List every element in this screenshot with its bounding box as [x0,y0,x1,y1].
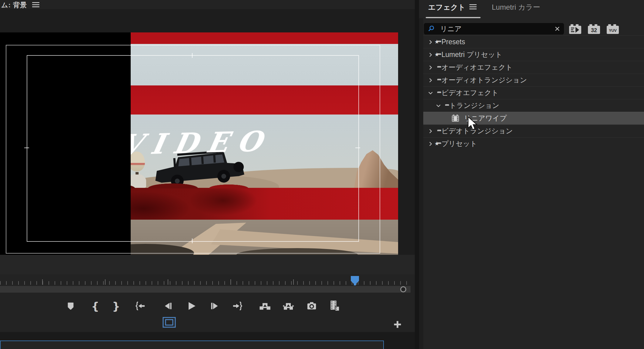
add-marker-button[interactable] [64,299,77,313]
monitor-scrollbar[interactable] [0,286,411,293]
effects-left-padding [419,18,423,349]
search-icon [428,25,435,32]
filter-yuv-button[interactable]: YUV [606,24,619,34]
mark-out-glyph: } [112,300,120,312]
search-value: リニア [440,24,554,34]
video-viewport[interactable]: VIDEO [0,32,398,264]
handle-right[interactable] [355,148,360,148]
mark-in-glyph: { [91,300,99,312]
tree-row-presets-jp[interactable]: ★ プリセット [423,137,644,150]
filter-accelerated-effects-button[interactable] [569,24,582,34]
tree-row-label: ビデオエフェクト [441,88,498,98]
ruler-major-tick [168,279,168,285]
tree-row-audio-effects[interactable]: オーディオエフェクト [423,61,644,74]
effects-panel-menu-icon[interactable] [469,4,477,9]
program-monitor-panel: ム: 背景 [0,0,415,349]
handle-bottom[interactable] [192,238,193,243]
transform-bounds-inner[interactable] [27,55,359,242]
tree-row-label: プリセット [441,139,477,148]
panel-menu-icon[interactable] [32,2,39,7]
effect-icon [451,114,460,123]
effects-search-input[interactable]: リニア [424,23,564,35]
mark-in-button[interactable]: { [89,299,102,313]
program-monitor-header: ム: 背景 [0,0,415,9]
monitor-controls-row: 0:22:21 全体表示 フル画質 00:00:25:22 [0,255,415,274]
ruler-major-tick [230,279,231,285]
filter-32bpc-button[interactable]: 32 [588,24,600,34]
tree-row-video-effects[interactable]: ビデオエフェクト [423,86,644,99]
tree-row-label: Presets [441,38,465,46]
chevron-right-icon[interactable] [427,128,434,135]
tree-row-label: オーディオエフェクト [441,63,513,72]
tree-row-label: オーディオトランジション [441,75,527,85]
tree-row-presets[interactable]: ★ Presets [423,35,644,48]
tree-row-linear-wipe[interactable]: リニアワイプ [423,112,644,125]
ruler-major-tick [293,279,294,285]
mouse-cursor [468,116,478,130]
svg-text:32: 32 [591,27,597,33]
chevron-down-icon[interactable] [427,89,434,97]
tree-row-label: Lumetri プリセット [441,50,502,59]
ruler-major-tick [105,279,106,285]
safe-margins-button[interactable] [163,317,176,328]
lift-button[interactable] [258,299,272,313]
button-editor-add-icon[interactable] [392,319,403,330]
monitor-stage: VIDEO [0,9,415,255]
effects-tree: ★ Presets ★ Lumetri プリセット オーディオエフェクト オーデ… [423,35,644,150]
handle-left[interactable] [24,148,29,148]
timeline-panel-edge[interactable] [0,341,384,349]
tab-effects[interactable]: エフェクト [428,2,465,12]
chevron-right-icon[interactable] [427,77,434,84]
comparison-view-button[interactable] [328,299,341,313]
go-to-in-button[interactable] [134,299,147,313]
panel-divider[interactable] [415,0,419,349]
ruler-major-tick [42,279,43,285]
chevron-right-icon[interactable] [427,38,434,46]
step-back-button[interactable] [162,299,175,313]
tree-row-lumetri-presets[interactable]: ★ Lumetri プリセット [423,48,644,61]
premiere-pro-window: ム: 背景 [0,0,644,349]
play-button[interactable] [185,299,198,313]
tree-row-transitions[interactable]: トランジション [423,99,644,112]
export-frame-button[interactable] [305,299,318,313]
tab-lumetri-color[interactable]: Lumetri カラー [492,2,540,12]
tree-row-audio-transitions[interactable]: オーディオトランジション [423,74,644,86]
svg-text:YUV: YUV [609,28,617,33]
time-ruler[interactable] [0,281,411,285]
extract-button[interactable] [282,299,295,313]
clear-search-icon[interactable] [554,26,560,32]
chevron-right-icon[interactable] [427,140,434,148]
tree-row-label: トランジション [449,101,499,110]
tree-row-video-transitions[interactable]: ビデオトランジション [423,125,644,137]
step-forward-button[interactable] [208,299,221,313]
chevron-right-icon[interactable] [427,51,434,58]
chevron-right-icon[interactable] [427,64,434,71]
panel-gap-strip [0,332,415,341]
chevron-down-icon[interactable] [435,102,442,109]
go-to-out-button[interactable] [231,299,244,313]
timeline-right-gap [384,341,415,349]
handle-top[interactable] [192,53,193,58]
scrollbar-handle[interactable] [400,286,406,292]
active-tab-underline [426,17,481,18]
mark-out-button[interactable]: } [109,299,123,313]
program-monitor-title: ム: 背景 [1,1,27,10]
